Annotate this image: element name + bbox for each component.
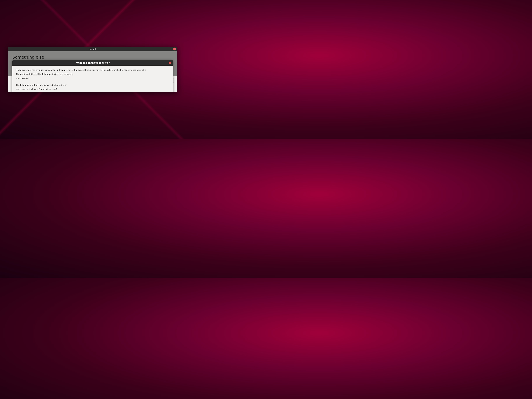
dialog-device: /dev/nvme0n1 [16, 77, 169, 80]
dialog-title: Write the changes to disks? [75, 62, 110, 64]
installer-window: Install ✕ Something else free s [8, 47, 177, 92]
main-content: Something else free space 1.0 MB [8, 51, 177, 76]
dialog-body: If you continue, the changes listed belo… [13, 66, 173, 92]
dialog-line2: The partition tables of the following de… [16, 73, 169, 76]
dialog-line3: The following partitions are going to be… [16, 83, 169, 87]
dialog-box: Write the changes to disks? ✕ If you con… [13, 60, 173, 92]
dialog-header: Write the changes to disks? ✕ [13, 60, 173, 66]
title-bar: Install ✕ [8, 47, 177, 51]
dialog-partition-1: partition #8 of /dev/nvme0n1 as ext4 [16, 88, 169, 91]
window-close-button[interactable]: ✕ [173, 48, 176, 51]
dialog-overlay: Write the changes to disks? ✕ If you con… [8, 51, 177, 76]
dialog-close-button[interactable]: ✕ [169, 62, 171, 64]
dialog-partition-2: partition #9 of /dev/nvme0n1 as swap [16, 92, 169, 92]
window-title: Install [89, 48, 96, 50]
dialog-line1: If you continue, the changes listed belo… [16, 69, 169, 71]
